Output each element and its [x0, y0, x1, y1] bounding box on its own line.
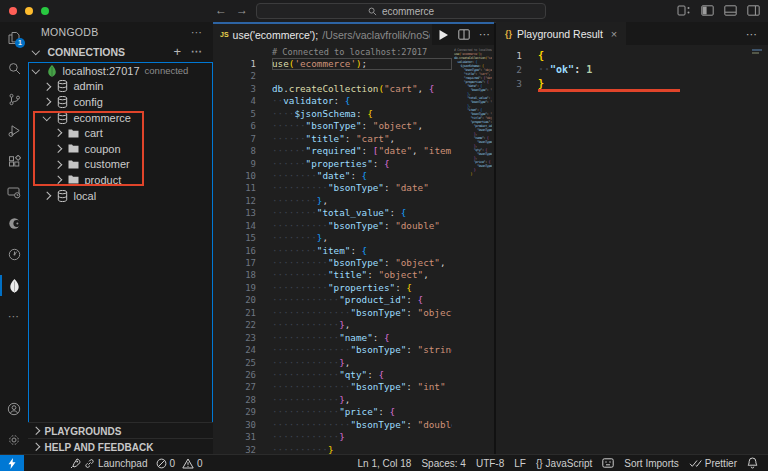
code-line-21[interactable]: 21··············"bsonType": "objectId"	[213, 307, 452, 319]
code-line-26[interactable]: 26············"qty": {	[213, 369, 452, 381]
help-feedback-header[interactable]: HELP AND FEEDBACK	[28, 438, 213, 455]
activity-extension-a[interactable]	[0, 208, 28, 239]
chevron-down-icon[interactable]	[43, 113, 51, 121]
command-center-search[interactable]: ecommerce	[256, 3, 546, 19]
close-icon[interactable]: ×	[611, 28, 617, 40]
tree-item-localhost-27017[interactable]: localhost:27017connected	[29, 63, 212, 79]
result-more-actions-icon[interactable]: ⋯	[746, 28, 758, 41]
code-line-18[interactable]: 18··········"title": "object",	[213, 269, 452, 281]
connections-more-icon[interactable]: ⋯	[191, 45, 203, 58]
tree-item-admin[interactable]: admin	[29, 79, 212, 95]
code-line-11[interactable]: 11··········"bsonType": "date"	[213, 182, 452, 194]
code-line-17[interactable]: 17··········"bsonType": "object",	[213, 257, 452, 269]
language-status[interactable]: {} JavaScript	[532, 458, 596, 469]
tree-item-config[interactable]: config	[29, 94, 212, 110]
chevron-right-icon[interactable]	[54, 129, 62, 137]
sort-imports-status[interactable]: Sort Imports	[620, 458, 682, 469]
toggle-panel-icon[interactable]	[724, 5, 737, 16]
code-line-7[interactable]: 7······"title": "cart",	[213, 133, 452, 145]
code-line-12[interactable]: 12········},	[213, 195, 452, 207]
launchpad-status-item[interactable]: Launchpad	[66, 458, 152, 469]
minimize-window-button[interactable]	[25, 7, 33, 15]
chevron-right-icon[interactable]	[54, 176, 62, 184]
code-line-16[interactable]: 16········"item": {	[213, 245, 452, 257]
remote-indicator[interactable]	[0, 455, 24, 471]
tree-item-ecommerce[interactable]: ecommerce	[29, 110, 212, 126]
chevron-right-icon[interactable]	[43, 98, 51, 106]
activity-extension-b[interactable]	[0, 239, 28, 270]
activity-settings[interactable]	[0, 424, 28, 455]
chevron-right-icon[interactable]	[43, 192, 51, 200]
code-line-8[interactable]: 8······"required": ["date", "item", "	[213, 145, 452, 157]
toggle-secondary-sidebar-icon[interactable]	[747, 5, 760, 16]
forward-icon[interactable]: →	[236, 3, 248, 17]
code-line-4[interactable]: 4··validator: {	[213, 95, 452, 107]
chevron-down-icon[interactable]	[32, 66, 40, 74]
code-line-30[interactable]: 30··············"bsonType": "double"	[213, 419, 452, 431]
result-viewer[interactable]: 1{2··"ok": 13}	[496, 45, 768, 455]
playgrounds-header[interactable]: PLAYGROUNDS	[28, 422, 213, 439]
tree-item-local[interactable]: local	[29, 188, 212, 204]
chevron-right-icon[interactable]	[43, 83, 51, 91]
cursor-position[interactable]: Ln 1, Col 18	[353, 458, 415, 469]
split-editor-icon[interactable]	[458, 29, 470, 40]
activity-source-control[interactable]	[0, 84, 28, 115]
code-line-5[interactable]: 5····$jsonSchema: {	[213, 108, 452, 120]
run-playground-button[interactable]	[438, 29, 449, 41]
activity-accounts[interactable]	[0, 393, 28, 424]
tree-item-product[interactable]: product	[29, 172, 212, 188]
add-connection-icon[interactable]: +	[173, 44, 181, 59]
editor-more-actions-icon[interactable]: ⋯	[479, 28, 491, 41]
activity-mongodb[interactable]	[0, 270, 28, 301]
tree-item-cart[interactable]: cart	[29, 125, 212, 141]
code-line-23[interactable]: 23············"name": {	[213, 332, 452, 344]
activity-more[interactable]: ⋯	[0, 301, 28, 332]
problems-status-item[interactable]: 0 0	[152, 458, 207, 469]
code-line-2[interactable]: 2··"ok": 1	[496, 63, 768, 77]
playground-result-tab[interactable]: {} Playground Result ×	[496, 22, 626, 45]
extension-status-icon[interactable]	[598, 458, 618, 468]
code-line-3[interactable]: 3}	[496, 77, 768, 91]
code-line-31[interactable]: 31············}	[213, 431, 452, 443]
customize-layout-icon[interactable]	[677, 5, 691, 16]
playground-tab[interactable]: JS use('ecommerce'); /Users/vaclavfrolik…	[213, 24, 437, 45]
notifications-bell[interactable]	[743, 457, 762, 469]
code-line-13[interactable]: 13········"total_value": {	[213, 207, 452, 219]
eol-status[interactable]: LF	[510, 458, 530, 469]
chevron-right-icon[interactable]	[54, 160, 62, 168]
code-line-9[interactable]: 9······"properties": {	[213, 158, 452, 170]
code-line-24[interactable]: 24··············"bsonType": "string"	[213, 344, 452, 356]
code-line-14[interactable]: 14··········"bsonType": "double"	[213, 220, 452, 232]
tree-item-coupon[interactable]: coupon	[29, 141, 212, 157]
prettier-status[interactable]: Prettier	[685, 458, 741, 469]
encoding-status[interactable]: UTF-8	[472, 458, 508, 469]
code-line-29[interactable]: 29············"price": {	[213, 406, 452, 418]
code-editor[interactable]: # Connected to localhost:27017 1use('eco…	[213, 45, 452, 455]
activity-search[interactable]	[0, 53, 28, 84]
code-line-10[interactable]: 10········"date": {	[213, 170, 452, 182]
minimap[interactable]: # Connected to localhost:27017use('ecomm…	[454, 48, 492, 415]
maximize-window-button[interactable]	[41, 7, 49, 15]
code-line-25[interactable]: 25············},	[213, 357, 452, 369]
chevron-right-icon[interactable]	[54, 145, 62, 153]
code-line-6[interactable]: 6······"bsonType": "object",	[213, 120, 452, 132]
code-line-1[interactable]: 1{	[496, 49, 768, 63]
code-line-22[interactable]: 22············},	[213, 319, 452, 331]
connections-header[interactable]: CONNECTIONS + ⋯	[28, 42, 213, 61]
code-line-19[interactable]: 19··········"properties": {	[213, 282, 452, 294]
code-line-27[interactable]: 27··············"bsonType": "int"	[213, 381, 452, 393]
code-line-2[interactable]: 2	[213, 70, 452, 82]
activity-run-debug[interactable]	[0, 115, 28, 146]
tree-item-customer[interactable]: customer	[29, 157, 212, 173]
activity-remote-explorer[interactable]	[0, 177, 28, 208]
close-window-button[interactable]	[9, 7, 17, 15]
code-line-3[interactable]: 3db.createCollection("cart", {	[213, 83, 452, 95]
activity-extensions[interactable]	[0, 146, 28, 177]
indentation-status[interactable]: Spaces: 4	[417, 458, 469, 469]
code-line-15[interactable]: 15········},	[213, 232, 452, 244]
code-line-28[interactable]: 28············},	[213, 394, 452, 406]
code-line-1[interactable]: 1use('ecommerce');	[213, 58, 452, 70]
activity-explorer[interactable]: 1	[0, 22, 28, 53]
toggle-sidebar-icon[interactable]	[701, 5, 714, 16]
code-line-20[interactable]: 20············"product_id": {	[213, 294, 452, 306]
